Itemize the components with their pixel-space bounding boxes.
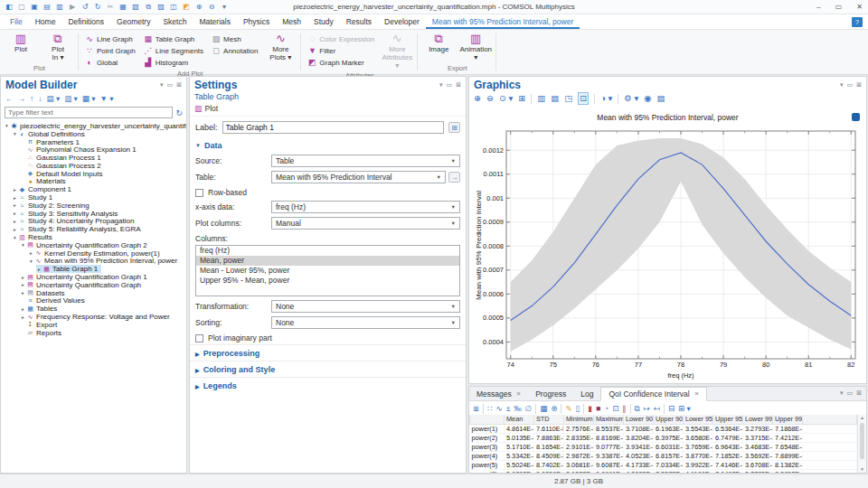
global-button[interactable]: ◐Global	[85, 57, 136, 68]
tree-item[interactable]: ▾◉piezoelectric_energy_harvester_uncerta…	[1, 122, 186, 130]
table-row[interactable]: power(6)5.6762E-49.0356E-53.1523E-49.869…	[470, 469, 857, 473]
tree-item[interactable]: ▸◆Component 1	[1, 185, 186, 193]
column-item[interactable]: Upper 95% - Mean, power	[196, 276, 459, 286]
refresh-icon[interactable]: ↻	[175, 108, 183, 117]
engineering-format-icon[interactable]: ∅	[525, 403, 532, 414]
pie-plot-icon[interactable]: ◔	[604, 403, 609, 414]
collapse-panel-icon[interactable]: ▾	[439, 81, 443, 89]
tree-item[interactable]: ▾◐Global Definitions	[1, 130, 186, 138]
maximize-button[interactable]: ▭	[835, 0, 843, 14]
row-based-checkbox[interactable]	[195, 189, 203, 197]
filter-button[interactable]: ▼Filter	[307, 45, 374, 56]
tree-item[interactable]: ▸▤Datasets	[1, 289, 186, 297]
float-panel-icon[interactable]: ▭	[167, 81, 174, 89]
plot-button[interactable]: ▥Plot	[6, 32, 35, 53]
tree-caret-icon[interactable]: ▸	[12, 187, 18, 192]
dock-panel-icon[interactable]: ⊠	[856, 81, 862, 89]
snapshot-icon[interactable]: ◉	[644, 93, 651, 104]
table-display-icon[interactable]: ⊞ ▾	[678, 403, 691, 414]
run-icon[interactable]: ▶	[68, 0, 77, 14]
histogram-button[interactable]: ▟Histogram	[144, 57, 203, 68]
dock-panel-icon[interactable]: ⊠	[456, 81, 461, 89]
plot-canvas[interactable]: Mean with 95% Prediction Interval, power…	[470, 109, 865, 382]
tree-item[interactable]: ▸∿Frequency Response: Voltage and Power	[1, 313, 186, 321]
forward-icon[interactable]: →	[18, 93, 26, 104]
tree-caret-icon[interactable]: ▾	[12, 235, 18, 240]
tree-item[interactable]: ∿Polynomial Chaos Expansion 1	[1, 145, 186, 154]
animation-button[interactable]: ▥Animation ▾	[461, 32, 490, 61]
tree-item[interactable]: ▸≈Study 2: Screening	[1, 202, 186, 210]
table-select[interactable]: Mean with 95% Prediction Interval▼	[271, 171, 446, 183]
table-row[interactable]: power(3)5.1710E-48.1654E-52.9101E-49.077…	[470, 442, 857, 451]
float-panel-icon[interactable]: ▭	[447, 81, 453, 89]
tab-physics[interactable]: Physics	[237, 14, 276, 29]
redo-icon[interactable]: ↻	[93, 0, 102, 14]
tree-caret-icon[interactable]: ▸	[20, 306, 26, 312]
print-icon[interactable]: ▤	[657, 93, 665, 104]
collapse-panel-icon[interactable]: ▾	[840, 389, 844, 397]
tree-item[interactable]: ▸≈Study 5: Reliability Analysis, EGRA	[1, 225, 186, 233]
import-table-icon[interactable]: ↤	[654, 403, 660, 414]
plot-settings-icon[interactable]: ⚙ ▾	[624, 93, 638, 104]
collapse-all-icon[interactable]: ▥ ▾	[64, 93, 78, 104]
tree-caret-icon[interactable]: ▸	[20, 314, 26, 320]
section-coloring-and-style[interactable]: ▶Coloring and Style	[190, 361, 466, 377]
app-icon[interactable]: ◧	[5, 0, 14, 14]
delete-icon[interactable]: ▨	[156, 0, 165, 14]
decimal-format-icon[interactable]: ‰	[514, 403, 522, 414]
tab-messages[interactable]: Messages✕	[469, 387, 528, 400]
significant-digits-icon[interactable]: ±	[506, 403, 511, 414]
column-item[interactable]: Mean - Lower 95%, power	[196, 266, 459, 276]
tree-caret-icon[interactable]: ▸	[28, 250, 34, 256]
tab-home[interactable]: Home	[29, 14, 62, 29]
go-to-source-button[interactable]: →	[448, 172, 460, 183]
tree-item[interactable]: ▾∿Mean with 95% Prediction Interval, pow…	[1, 258, 186, 266]
tree-caret-icon[interactable]: ▸	[12, 219, 18, 224]
tree-item[interactable]: ▾▤Uncertainty Quantification Graph 2	[1, 241, 186, 249]
tab-definitions[interactable]: Definitions	[61, 14, 110, 29]
tree-caret-icon[interactable]: ▸	[20, 275, 26, 280]
collapse-panel-icon[interactable]: ▾	[160, 81, 164, 89]
zoom-box-icon[interactable]: ⊙ ▾	[499, 93, 513, 104]
tree-item[interactable]: ▸▤Uncertainty Quantification Graph	[1, 281, 186, 289]
data-section-header[interactable]: ▼ Data	[190, 137, 466, 153]
transformation-select[interactable]: None▼	[271, 300, 460, 313]
dock-panel-icon[interactable]: ⊠	[176, 81, 182, 89]
label-input[interactable]	[222, 121, 444, 134]
open-file-icon[interactable]: ▣	[30, 0, 39, 14]
copy-table-icon[interactable]: ⧉	[635, 403, 640, 414]
tab-file[interactable]: File	[4, 14, 29, 29]
zoom-out-icon[interactable]: ⊖	[207, 0, 216, 14]
table-scrollbar[interactable]: ▲▼	[857, 415, 866, 473]
zoom-extents-icon[interactable]: ⊞	[518, 93, 525, 104]
tab-sketch[interactable]: Sketch	[156, 14, 193, 29]
tree-item[interactable]: ◈Default Model Inputs	[1, 170, 186, 178]
tree-caret-icon[interactable]: ▸	[20, 282, 26, 287]
plot-columns-select[interactable]: Manual▼	[271, 217, 460, 230]
tab-study[interactable]: Study	[307, 14, 340, 29]
source-select[interactable]: Table▼	[271, 155, 460, 167]
axis-limits-icon[interactable]: ◳	[564, 93, 572, 104]
section-legends[interactable]: ▶Legends	[190, 377, 466, 393]
tree-item[interactable]: ▾▥Results	[1, 233, 186, 241]
plot-imaginary-checkbox[interactable]	[195, 334, 203, 343]
tab-geometry[interactable]: Geometry	[110, 14, 156, 29]
duplicate-icon[interactable]: ⧉	[144, 0, 153, 14]
table-row[interactable]: power(5)5.5024E-48.7402E-53.0681E-49.608…	[470, 460, 857, 469]
tree-item[interactable]: ▸≈Study 1	[1, 193, 186, 202]
surface-plot-icon[interactable]: ■	[596, 403, 600, 414]
dock-panel-icon[interactable]: ⊠	[856, 389, 862, 397]
section-preprocessing[interactable]: ▶Preprocessing	[190, 344, 466, 361]
select-box-icon[interactable]: ◫	[169, 0, 178, 14]
select-mode-icon[interactable]: ⊡	[578, 92, 589, 105]
tree-caret-icon[interactable]: ▸	[20, 290, 26, 296]
x-axis-view-icon[interactable]: ▥	[537, 93, 545, 104]
rename-button[interactable]: ⊞	[448, 122, 460, 133]
collapse-panel-icon[interactable]: ▾	[840, 81, 844, 89]
tree-item[interactable]: ↧Export	[1, 321, 186, 329]
update-table-icon[interactable]: ⊛	[551, 403, 557, 414]
full-precision-icon[interactable]: ∷	[487, 403, 492, 414]
export-table-icon[interactable]: ↦	[644, 403, 650, 414]
mesh-button[interactable]: ▨Mesh	[212, 33, 258, 44]
tab-progress[interactable]: Progress	[528, 387, 573, 400]
